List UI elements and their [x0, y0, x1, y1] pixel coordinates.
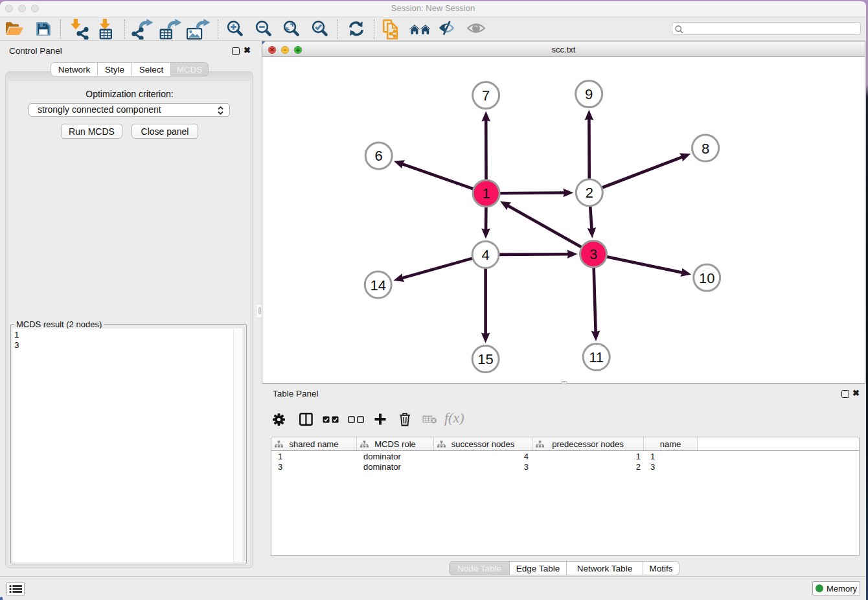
svg-text:15: 15: [477, 351, 493, 367]
svg-text:7: 7: [482, 87, 490, 104]
svg-text:11: 11: [589, 349, 604, 365]
svg-text:8: 8: [702, 141, 709, 157]
svg-text:4: 4: [481, 247, 489, 263]
svg-text:6: 6: [375, 148, 383, 164]
svg-text:14: 14: [370, 277, 385, 294]
svg-text:1: 1: [482, 185, 490, 202]
svg-text:9: 9: [585, 86, 593, 102]
svg-text:3: 3: [589, 246, 597, 262]
svg-text:10: 10: [699, 270, 714, 286]
svg-text:2: 2: [586, 185, 593, 201]
